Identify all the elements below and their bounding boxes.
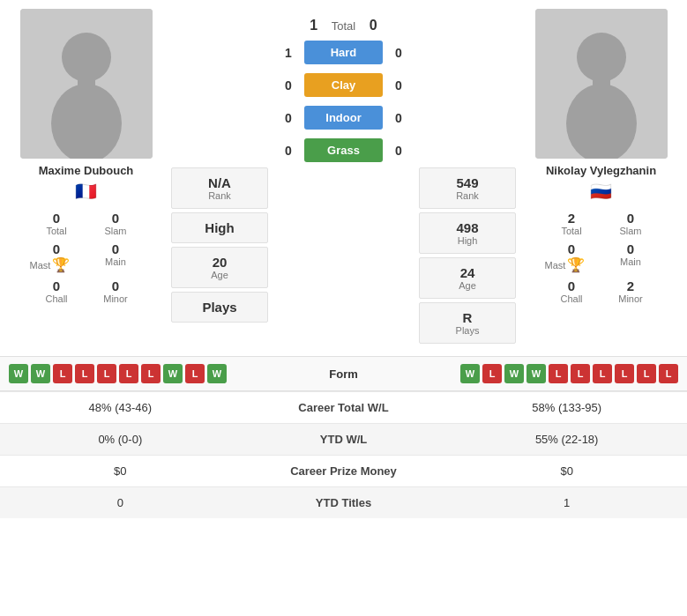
player1-age-value: 20 (175, 255, 264, 270)
player2-form: WLWWLLLLLL (460, 364, 678, 383)
form-badge: L (593, 364, 612, 383)
players-section: Maxime Dubouch 🇫🇷 0 Total 0 Slam 0 Mast … (0, 0, 687, 356)
table-right-val: $0 (446, 456, 687, 487)
player1-main: 0 Main (87, 240, 145, 275)
player1-age-box: 20 Age (171, 247, 268, 288)
p2-slam: 0 Slam (602, 209, 660, 238)
court-grass-btn[interactable]: Grass (304, 138, 383, 162)
player1-rank-value: N/A (175, 175, 264, 190)
p2-main: 0 Main (602, 240, 660, 275)
player1-form: WWLLLLLWLW (9, 364, 227, 383)
player2-high-value: 498 (423, 220, 512, 235)
court-row-indoor: 0 Indoor 0 (280, 106, 407, 130)
form-badge: W (207, 364, 227, 383)
form-section: WWLLLLLWLW Form WLWWLLLLLL (0, 356, 687, 390)
court-rows: 1 Hard 0 0 Clay 0 0 Indoor 0 0 Grass (280, 41, 407, 171)
court-row-hard: 1 Hard 0 (280, 41, 407, 64)
player1-avatar (20, 9, 153, 159)
player2-name: Nikolay Vylegzhanin (546, 164, 656, 177)
player2-age-label: Age (423, 280, 512, 291)
form-badge: L (615, 364, 634, 383)
table-center-label: YTD W/L (241, 424, 447, 456)
player2-plays-value: R (423, 310, 512, 325)
court-row-clay: 0 Clay 0 (280, 73, 407, 97)
form-badge: W (31, 364, 50, 383)
table-left-val: $0 (0, 456, 241, 487)
svg-rect-7 (593, 78, 610, 93)
player2-rank-value: 549 (423, 175, 512, 190)
player2-stats: 2 Total 0 Slam 0 Mast 🏆 0 Main 0 Chal (535, 209, 668, 306)
totals-row: 1 Total 0 (280, 18, 407, 33)
svg-rect-3 (78, 78, 95, 93)
player1-high-value: High (175, 220, 264, 235)
player1-minor: 0 Minor (87, 277, 145, 306)
form-badge: W (526, 364, 546, 383)
player1-plays-box: Plays (171, 292, 268, 323)
form-label: Form (329, 367, 358, 381)
table-left-val: 0 (0, 487, 241, 519)
player2-age-box: 24 Age (419, 257, 516, 299)
player1-rank-box: N/A Rank (171, 167, 268, 209)
p2-chall: 0 Chall (543, 277, 601, 306)
svg-point-5 (577, 33, 626, 82)
player2-high-label: High (423, 235, 512, 246)
table-left-val: 48% (43-46) (0, 392, 241, 424)
player1-stats: 0 Total 0 Slam 0 Mast 🏆 0 Main 0 Chal (20, 209, 153, 306)
court-clay-btn[interactable]: Clay (304, 73, 383, 97)
player2-plays-box: R Plays (419, 302, 516, 344)
stats-table: 48% (43-46) Career Total W/L 58% (133-95… (0, 391, 687, 518)
player1-rank-label: Rank (175, 190, 264, 201)
player2-high-box: 498 High (419, 212, 516, 254)
player1-chall: 0 Chall (28, 277, 86, 306)
svg-point-1 (62, 33, 111, 82)
court-section: 1 Total 0 1 Hard 0 0 Clay 0 0 Indoor (276, 9, 411, 347)
player1-slam: 0 Slam (87, 209, 145, 238)
player1-plays-value: Plays (175, 300, 264, 315)
table-right-val: 1 (446, 487, 687, 519)
player2-rank-label: Rank (423, 190, 512, 201)
total-label: Total (332, 19, 355, 33)
court-indoor-btn[interactable]: Indoor (304, 106, 383, 130)
table-center-label: YTD Titles (241, 487, 447, 519)
table-row: 0 YTD Titles 1 (0, 487, 687, 519)
player2-avatar (535, 9, 668, 159)
p2-mast: 0 Mast 🏆 (543, 240, 601, 275)
player1-total: 0 Total (28, 209, 86, 238)
p2-minor: 2 Minor (602, 277, 660, 306)
form-badge: L (659, 364, 678, 383)
form-badge: L (75, 364, 94, 383)
form-badge: L (141, 364, 161, 383)
player1-mast: 0 Mast 🏆 (28, 240, 86, 275)
form-badge: W (460, 364, 480, 383)
form-badge: L (549, 364, 568, 383)
main-container: Maxime Dubouch 🇫🇷 0 Total 0 Slam 0 Mast … (0, 0, 687, 518)
player1-name: Maxime Dubouch (39, 164, 134, 177)
player1-card: Maxime Dubouch 🇫🇷 0 Total 0 Slam 0 Mast … (9, 9, 163, 347)
total-left: 1 (305, 18, 323, 33)
form-badge: L (185, 364, 205, 383)
form-badge: L (482, 364, 502, 383)
form-badge: L (119, 364, 138, 383)
table-row: $0 Career Prize Money $0 (0, 456, 687, 487)
form-badge: W (9, 364, 28, 383)
player2-card: Nikolay Vylegzhanin 🇷🇺 2 Total 0 Slam 0 … (524, 9, 678, 347)
table-row: 48% (43-46) Career Total W/L 58% (133-95… (0, 392, 687, 424)
player2-flag: 🇷🇺 (590, 181, 612, 202)
court-hard-btn[interactable]: Hard (304, 41, 383, 64)
player1-age-label: Age (175, 270, 264, 280)
form-badge: L (637, 364, 656, 383)
table-row: 0% (0-0) YTD W/L 55% (22-18) (0, 424, 687, 456)
total-right: 0 (364, 18, 382, 33)
player1-high-box: High (171, 212, 268, 243)
form-badge: L (571, 364, 590, 383)
table-center-label: Career Total W/L (241, 392, 447, 424)
p2-total: 2 Total (543, 209, 601, 238)
form-badge: L (97, 364, 116, 383)
form-badge: L (53, 364, 72, 383)
table-right-val: 55% (22-18) (446, 424, 687, 456)
player2-rank-box: 549 Rank (419, 167, 516, 209)
table-center-label: Career Prize Money (241, 456, 447, 487)
center-panel: N/A Rank High 20 Age Plays (167, 9, 273, 347)
player1-flag: 🇫🇷 (75, 181, 97, 202)
player2-plays-label: Plays (423, 325, 512, 336)
